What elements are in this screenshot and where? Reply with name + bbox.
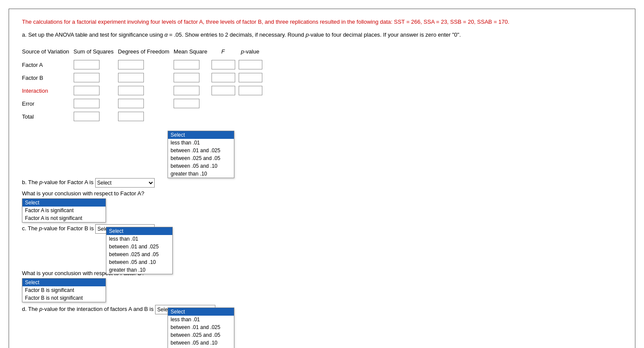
pvalue-opt-lt01-c[interactable]: less than .01 — [106, 235, 172, 243]
conclusion-dropdown-area-b: Select Factor A is significant Factor A … — [22, 198, 622, 220]
cell-f-b[interactable] — [212, 71, 239, 84]
pvalue-opt-025-05-d[interactable]: between .025 and .05 — [168, 331, 234, 339]
input-df-err[interactable] — [118, 99, 144, 108]
input-p-b[interactable] — [239, 73, 262, 82]
conclusion-dropdown-area-c: Select Factor B is significant Factor B … — [22, 278, 622, 300]
cell-p-err-empty — [239, 97, 266, 110]
table-row: Total — [22, 110, 266, 123]
input-df-int[interactable] — [118, 86, 144, 95]
pvalue-opt-05-10-d[interactable]: between .05 and .10 — [168, 339, 234, 347]
section-d: d. The p-value for the interaction of fa… — [22, 305, 622, 348]
cell-ms-err[interactable] — [174, 97, 212, 110]
input-df-total[interactable] — [118, 112, 144, 121]
pvalue-select-b[interactable]: Select less than .01 between .01 and .02… — [95, 178, 155, 188]
row-label-factor-b: Factor B — [22, 71, 74, 84]
input-ms-int[interactable] — [174, 86, 199, 95]
table-row: Error — [22, 97, 266, 110]
input-f-b[interactable] — [212, 73, 235, 82]
cell-p-int[interactable] — [239, 84, 266, 97]
alpha-symbol: α — [165, 31, 168, 38]
cell-df-total[interactable] — [118, 110, 174, 123]
cell-p-a[interactable] — [239, 58, 266, 71]
cell-ss-int[interactable] — [74, 84, 118, 97]
cell-ss-a[interactable] — [74, 58, 118, 71]
input-f-int[interactable] — [212, 86, 235, 95]
pvalue-dropdown-open-b[interactable]: Select less than .01 between .01 and .02… — [168, 131, 234, 178]
cell-ms-a[interactable] — [174, 58, 212, 71]
cell-ms-total-empty — [174, 110, 212, 123]
cell-p-b[interactable] — [239, 71, 266, 84]
pvalue-opt-01-025-c[interactable]: between .01 and .025 — [106, 243, 172, 251]
cell-ss-total[interactable] — [74, 110, 118, 123]
table-row: Interaction — [22, 84, 266, 97]
pvalue-opt-lt01-b[interactable]: less than .01 — [168, 139, 234, 147]
pvalue-dropdown-area-d: Select less than .01 between .01 and .02… — [22, 317, 622, 320]
input-ms-err[interactable] — [174, 99, 199, 108]
input-p-int[interactable] — [239, 86, 262, 95]
pvalue-opt-select-d[interactable]: Select — [168, 308, 234, 316]
pvalue-opt-select-b[interactable]: Select — [168, 131, 234, 139]
cell-ss-err[interactable] — [74, 97, 118, 110]
section-b: b. The p-value for Factor A is Select le… — [22, 178, 622, 220]
conclusion-opt-significant-b[interactable]: Factor A is significant — [22, 207, 106, 214]
conclusion-opt-select-c[interactable]: Select — [22, 279, 106, 286]
p-italic-c: p — [39, 225, 42, 232]
conclusion-opt-not-significant-b[interactable]: Factor A is not significant — [22, 214, 106, 222]
cell-ms-b[interactable] — [174, 71, 212, 84]
input-df-a[interactable] — [118, 60, 144, 69]
cell-f-int[interactable] — [212, 84, 239, 97]
input-p-a[interactable] — [239, 60, 262, 69]
pvalue-opt-05-10-b[interactable]: between .05 and .10 — [168, 162, 234, 170]
input-ss-b[interactable] — [74, 73, 100, 82]
cell-df-a[interactable] — [118, 58, 174, 71]
anova-table-wrapper: Source of Variation Sum of Squares Degre… — [22, 47, 622, 123]
conclusion-dropdown-open-b[interactable]: Select Factor A is significant Factor A … — [22, 198, 106, 223]
table-row: Factor A — [22, 58, 266, 71]
pvalue-opt-lt01-d[interactable]: less than .01 — [168, 316, 234, 323]
cell-f-a[interactable] — [212, 58, 239, 71]
input-ss-int[interactable] — [74, 86, 100, 95]
problem-text: The calculations for a factorial experim… — [22, 18, 622, 26]
pval-label: p — [305, 31, 308, 38]
pvalue-opt-gt10-b[interactable]: greater than .10 — [168, 170, 234, 178]
pvalue-dropdown-open-c[interactable]: Select less than .01 between .01 and .02… — [106, 227, 173, 274]
col-header-ss: Sum of Squares — [74, 47, 118, 58]
pvalue-opt-025-05-b[interactable]: between .025 and .05 — [168, 154, 234, 162]
conclusion-dropdown-open-c[interactable]: Select Factor B is significant Factor B … — [22, 278, 106, 302]
pvalue-opt-01-025-b[interactable]: between .01 and .025 — [168, 147, 234, 154]
pvalue-opt-select-c[interactable]: Select — [106, 227, 172, 235]
cell-df-int[interactable] — [118, 84, 174, 97]
cell-ss-b[interactable] — [74, 71, 118, 84]
section-c: c. The p-value for Factor B is Select le… — [22, 224, 622, 300]
input-ss-err[interactable] — [74, 99, 100, 108]
pvalue-opt-gt10-c[interactable]: greater than .10 — [106, 266, 172, 274]
select-wrapper-b[interactable]: Select less than .01 between .01 and .02… — [95, 178, 155, 188]
col-header-pvalue: p-value — [239, 47, 266, 58]
conclusion-opt-select-b[interactable]: Select — [22, 199, 106, 207]
input-f-a[interactable] — [212, 60, 235, 69]
conclusion-opt-significant-c[interactable]: Factor B is significant — [22, 286, 106, 294]
main-container: The calculations for a factorial experim… — [9, 9, 635, 348]
conclusion-opt-not-significant-c[interactable]: Factor B is not significant — [22, 294, 106, 302]
cell-df-err[interactable] — [118, 97, 174, 110]
input-df-b[interactable] — [118, 73, 144, 82]
cell-p-total-empty — [239, 110, 266, 123]
cell-df-b[interactable] — [118, 71, 174, 84]
input-ms-b[interactable] — [174, 73, 199, 82]
pvalue-dropdown-area-c: Select less than .01 between .01 and .02… — [22, 236, 622, 240]
cell-ms-int[interactable] — [174, 84, 212, 97]
pvalue-opt-01-025-d[interactable]: between .01 and .025 — [168, 323, 234, 331]
pvalue-opt-025-05-c[interactable]: between .025 and .05 — [106, 251, 172, 258]
col-header-source: Source of Variation — [22, 47, 74, 58]
input-ss-a[interactable] — [74, 60, 100, 69]
row-label-error: Error — [22, 97, 74, 110]
cell-f-total-empty — [212, 110, 239, 123]
anova-table: Source of Variation Sum of Squares Degre… — [22, 47, 266, 123]
instruction-text: a. Set up the ANOVA table and test for s… — [22, 31, 622, 39]
pvalue-opt-05-10-c[interactable]: between .05 and .10 — [106, 258, 172, 266]
row-label-interaction: Interaction — [22, 84, 74, 97]
input-ms-a[interactable] — [174, 60, 199, 69]
col-header-ms: Mean Square — [174, 47, 212, 58]
input-ss-total[interactable] — [74, 112, 100, 121]
pvalue-dropdown-open-d[interactable]: Select less than .01 between .01 and .02… — [168, 307, 234, 348]
